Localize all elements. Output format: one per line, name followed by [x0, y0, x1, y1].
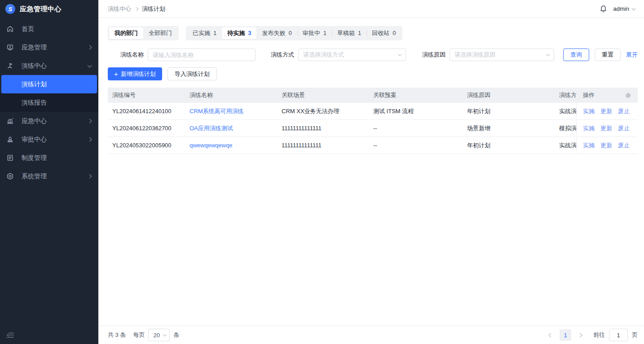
user-chevron-down-icon[interactable] [632, 6, 635, 10]
expand-link[interactable]: 展开 [626, 51, 638, 59]
app-logo-icon: S [5, 4, 15, 14]
sidebar: S 应急管理中心 首页 应急管理 演练中心 [0, 0, 98, 344]
status-tab[interactable]: 已实施 1 [187, 27, 222, 39]
status-tab-label: 草稿箱 [337, 27, 355, 39]
drill-reason-select[interactable]: 请选择演练原因 [450, 49, 554, 61]
page-number-button[interactable]: 1 [560, 329, 571, 341]
cell-scene: 11111111111111 [277, 142, 369, 149]
add-drill-plan-button[interactable]: + 新增演练计划 [108, 67, 162, 80]
drill-name-label: 演练名称 [120, 51, 144, 59]
query-button[interactable]: 查询 [563, 49, 589, 61]
department-tab[interactable]: 我的部门 [109, 27, 143, 39]
table-header-row: 演练编号 演练名称 关联场景 关联预案 演练原因 演练方式 [108, 88, 638, 103]
department-tab[interactable]: 全部部门 [143, 27, 177, 39]
status-tab-label: 发布失败 [262, 27, 285, 39]
sidebar-item[interactable]: 系统管理 [0, 167, 98, 185]
op-abolish-link[interactable]: 废止 [618, 124, 630, 132]
op-update-link[interactable]: 更新 [600, 107, 612, 115]
operations-header: 操作 [577, 88, 638, 103]
operations-row: 实施 更新 废止 [577, 137, 638, 154]
sidebar-item-label: 演练报告 [22, 99, 47, 107]
action-row: + 新增演练计划 导入演练计划 [108, 67, 638, 80]
status-tab-count: 1 [358, 27, 361, 39]
select-chevron-down-icon [398, 52, 401, 56]
per-page-select[interactable]: 20 [148, 329, 170, 341]
cell-reason: 场景新增 [463, 124, 555, 132]
total-count-text: 共 3 条 [108, 331, 126, 339]
cell-drill-id: YL2024061220362700 [108, 125, 185, 132]
sidebar-item[interactable]: 首页 [0, 20, 98, 38]
status-tab[interactable]: 回收站 0 [366, 27, 401, 39]
status-tab-label: 回收站 [372, 27, 389, 39]
sidebar-nav: 首页 应急管理 演练中心 演练计划 [0, 20, 98, 185]
prev-page-icon[interactable] [549, 333, 553, 337]
status-tab-label: 审批中 [303, 27, 320, 39]
import-drill-plan-button[interactable]: 导入演练计划 [168, 67, 217, 80]
drill-reason-label: 演练原因 [422, 51, 446, 59]
sidebar-item[interactable]: 演练中心 [0, 57, 98, 75]
sidebar-item-label: 首页 [22, 25, 34, 33]
status-tab-count: 0 [288, 27, 291, 39]
sidebar-item[interactable]: 应急中心 [0, 112, 98, 130]
drill-name-link[interactable]: CRM系统高可用演练 [190, 108, 244, 115]
approval-center-icon [6, 136, 14, 143]
status-tab[interactable]: 发布失败 0 [256, 27, 297, 39]
user-menu[interactable]: admin [613, 5, 629, 12]
sidebar-item[interactable]: 审批中心 [0, 130, 98, 149]
cell-plan: 测试 ITSM 流程 [369, 107, 463, 115]
column-settings-gear-icon[interactable] [625, 92, 631, 99]
pager: 1 前往 页 [549, 329, 638, 341]
status-tab[interactable]: 待实施 3 [222, 27, 256, 39]
operations-row: 实施 更新 废止 [577, 103, 638, 120]
topbar: 演练中心 演练计划 admin [98, 0, 644, 18]
cell-scene: 11111111111111 [277, 125, 369, 132]
filter-reason-group: 演练原因 请选择演练原因 [422, 49, 554, 61]
op-abolish-link[interactable]: 废止 [618, 141, 630, 150]
drill-name-link[interactable]: OA应用演练测试 [190, 125, 233, 132]
emergency-mgmt-icon [6, 44, 14, 51]
sidebar-item[interactable]: 演练计划 [1, 75, 97, 93]
sidebar-collapse-icon[interactable] [6, 331, 14, 339]
cell-drill-id: YL2024061412240100 [108, 108, 185, 115]
drill-plan-table: 演练编号 演练名称 关联场景 关联预案 演练原因 演练方式 YL20240614… [108, 88, 638, 154]
filter-name-group: 演练名称 [120, 49, 256, 61]
status-tab-count: 3 [248, 27, 251, 39]
goto-page-input[interactable] [609, 329, 628, 341]
drill-center-icon [6, 62, 14, 70]
chevron-icon [88, 45, 92, 50]
drill-name-link[interactable]: qwewqewqewqe [190, 142, 232, 149]
cell-reason: 年初计划 [463, 141, 555, 150]
chevron-icon [88, 119, 92, 123]
status-tab-count: 0 [393, 27, 396, 39]
operations-row: 实施 更新 废止 [577, 120, 638, 137]
filter-buttons: 查询 重置 展开 [563, 49, 638, 61]
reset-button[interactable]: 重置 [595, 49, 621, 61]
tabs-row: 我的部门 全部部门 已实施 1 [108, 26, 638, 40]
op-implement-link[interactable]: 实施 [583, 141, 595, 150]
sidebar-item-label: 系统管理 [22, 172, 47, 181]
sidebar-item-label: 制度管理 [22, 154, 47, 162]
op-update-link[interactable]: 更新 [600, 124, 612, 132]
drill-name-input[interactable] [148, 49, 256, 61]
home-icon [6, 25, 14, 33]
op-implement-link[interactable]: 实施 [583, 107, 595, 115]
col-header-reason: 演练原因 [463, 91, 555, 99]
select-chevron-down-icon [163, 332, 167, 336]
chevron-icon [88, 63, 92, 67]
breadcrumb-parent[interactable]: 演练中心 [108, 5, 131, 13]
sidebar-item-label: 应急管理 [22, 44, 47, 52]
op-implement-link[interactable]: 实施 [583, 124, 595, 132]
drill-method-select[interactable]: 请选择演练方式 [298, 49, 406, 61]
op-abolish-link[interactable]: 废止 [618, 107, 630, 115]
cell-scene: CRM XX业务无法办理 [277, 107, 369, 115]
status-tab[interactable]: 审批中 1 [297, 27, 332, 39]
status-tab[interactable]: 草稿箱 1 [332, 27, 366, 39]
notification-bell-icon[interactable] [600, 5, 607, 13]
filter-row: 演练名称 演练方式 请选择演练方式 演练原因 请选择演练原因 [120, 49, 638, 61]
op-update-link[interactable]: 更新 [600, 141, 612, 150]
sidebar-item[interactable]: 应急管理 [0, 38, 98, 57]
sidebar-item[interactable]: 演练报告 [0, 93, 98, 112]
sidebar-item[interactable]: 制度管理 [0, 149, 98, 167]
next-page-icon[interactable] [578, 333, 582, 337]
table-row: YL2024061220362700 OA应用演练测试 111111111111… [108, 120, 638, 137]
